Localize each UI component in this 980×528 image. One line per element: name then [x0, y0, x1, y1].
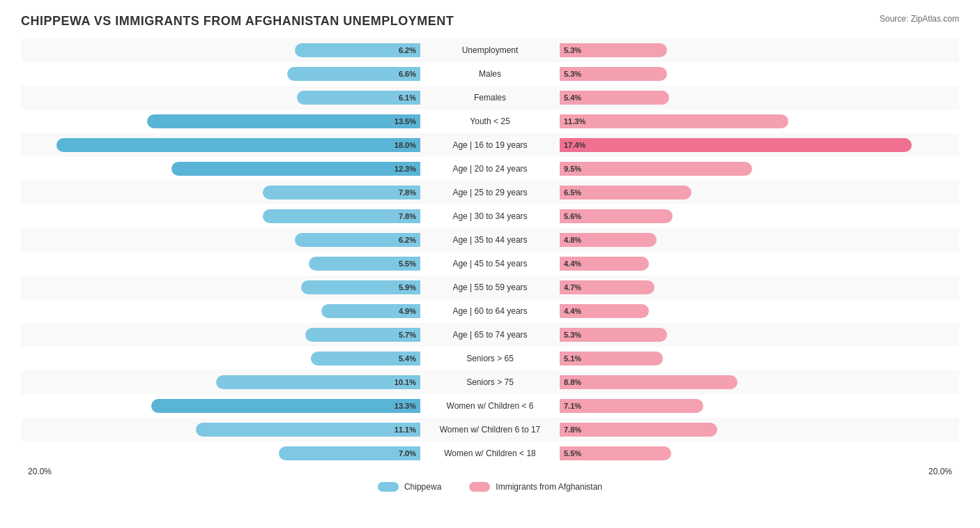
chart-row: 7.8% Age | 30 to 34 years 5.6%: [21, 204, 959, 228]
label-center-0: Unemployment: [420, 45, 560, 55]
chart-row: 13.5% Youth < 25 11.3%: [21, 110, 959, 133]
bar-value-left-11: 4.9%: [399, 307, 416, 315]
bar-value-left-17: 7.0%: [399, 449, 416, 458]
bar-right-1: 5.3%: [560, 67, 667, 81]
label-center-13: Seniors > 65: [420, 354, 560, 363]
bar-right-10: 4.7%: [560, 280, 654, 294]
right-section-17: 5.5%: [560, 442, 959, 465]
label-center-10: Age | 55 to 59 years: [420, 282, 560, 292]
label-center-17: Women w/ Children < 18: [420, 448, 560, 458]
legend-chippewa-label: Chippewa: [404, 482, 441, 492]
bar-left-1: 6.6%: [287, 67, 420, 81]
left-section-9: 5.5%: [21, 252, 420, 276]
bar-value-right-15: 7.1%: [564, 402, 581, 410]
axis-row: 20.0% 20.0%: [21, 467, 959, 476]
bar-left-15: 13.3%: [151, 399, 420, 413]
bar-right-12: 5.3%: [560, 328, 667, 342]
chart-row: 13.3% Women w/ Children < 6 7.1%: [21, 394, 959, 418]
bar-right-17: 5.5%: [560, 446, 671, 460]
bar-right-9: 4.4%: [560, 257, 649, 271]
bar-value-left-7: 7.8%: [399, 212, 416, 220]
chart-source: Source: ZipAtlas.com: [880, 14, 959, 24]
legend-chippewa: Chippewa: [378, 482, 441, 492]
label-center-11: Age | 60 to 64 years: [420, 306, 560, 316]
bar-right-13: 5.1%: [560, 352, 663, 365]
bar-left-6: 7.8%: [263, 186, 420, 199]
bar-value-left-1: 6.6%: [399, 70, 416, 78]
right-section-3: 11.3%: [560, 110, 959, 133]
bar-value-left-12: 5.7%: [399, 331, 416, 339]
label-center-3: Youth < 25: [420, 116, 560, 126]
bar-left-4: 18.0%: [56, 138, 420, 152]
bar-value-left-4: 18.0%: [395, 141, 416, 149]
bar-value-left-6: 7.8%: [399, 188, 416, 197]
right-section-10: 4.7%: [560, 276, 959, 299]
left-section-5: 12.3%: [21, 157, 420, 181]
label-center-16: Women w/ Children 6 to 17: [420, 425, 560, 435]
bar-value-right-13: 5.1%: [564, 354, 581, 363]
left-section-12: 5.7%: [21, 323, 420, 347]
bar-right-14: 8.8%: [560, 375, 737, 389]
left-section-10: 5.9%: [21, 276, 420, 299]
left-section-4: 18.0%: [21, 133, 420, 157]
label-center-12: Age | 65 to 74 years: [420, 330, 560, 340]
bar-right-4: 17.4%: [560, 138, 912, 152]
bar-value-right-2: 5.4%: [564, 93, 581, 102]
chart-row: 6.1% Females 5.4%: [21, 86, 959, 110]
bar-value-right-11: 4.4%: [564, 307, 581, 315]
bar-value-right-14: 8.8%: [564, 378, 581, 386]
bar-value-left-16: 11.1%: [395, 425, 416, 434]
bar-left-5: 12.3%: [171, 162, 420, 176]
left-section-8: 6.2%: [21, 228, 420, 252]
label-center-2: Females: [420, 93, 560, 103]
bar-value-right-10: 4.7%: [564, 283, 581, 292]
chart-row: 4.9% Age | 60 to 64 years 4.4%: [21, 299, 959, 323]
left-section-3: 13.5%: [21, 110, 420, 133]
chart-row: 7.8% Age | 25 to 29 years 6.5%: [21, 181, 959, 204]
axis-right: 20.0%: [557, 467, 959, 476]
chart-row: 6.6% Males 5.3%: [21, 62, 959, 86]
chart-row: 11.1% Women w/ Children 6 to 17 7.8%: [21, 418, 959, 442]
chart-row: 6.2% Unemployment 5.3%: [21, 38, 959, 62]
bar-left-11: 4.9%: [321, 304, 420, 318]
bar-right-0: 5.3%: [560, 43, 667, 57]
label-center-5: Age | 20 to 24 years: [420, 164, 560, 174]
bar-right-11: 4.4%: [560, 304, 649, 318]
bar-left-8: 6.2%: [295, 233, 420, 247]
bar-value-left-3: 13.5%: [395, 117, 416, 126]
bar-value-left-2: 6.1%: [399, 93, 416, 102]
right-section-7: 5.6%: [560, 204, 959, 228]
legend-afghanistan-color: [469, 482, 490, 492]
chart-container: CHIPPEWA VS IMMIGRANTS FROM AFGHANISTAN …: [0, 0, 980, 520]
right-section-2: 5.4%: [560, 86, 959, 110]
bar-value-right-5: 9.5%: [564, 165, 581, 173]
right-section-1: 5.3%: [560, 62, 959, 86]
bar-value-left-15: 13.3%: [395, 402, 416, 410]
label-center-7: Age | 30 to 34 years: [420, 211, 560, 221]
left-section-0: 6.2%: [21, 38, 420, 62]
bar-value-right-16: 7.8%: [564, 425, 581, 434]
bar-right-3: 11.3%: [560, 114, 788, 128]
bar-value-left-14: 10.1%: [395, 378, 416, 386]
right-section-11: 4.4%: [560, 299, 959, 323]
bar-right-2: 5.4%: [560, 91, 669, 105]
right-section-14: 8.8%: [560, 370, 959, 394]
left-section-16: 11.1%: [21, 418, 420, 442]
chart-row: 6.2% Age | 35 to 44 years 4.8%: [21, 228, 959, 252]
bar-value-left-5: 12.3%: [395, 165, 416, 173]
chart-row: 5.7% Age | 65 to 74 years 5.3%: [21, 323, 959, 347]
bar-right-6: 6.5%: [560, 186, 691, 199]
left-section-14: 10.1%: [21, 370, 420, 394]
bar-left-12: 5.7%: [305, 328, 420, 342]
bar-right-15: 7.1%: [560, 399, 703, 413]
right-section-9: 4.4%: [560, 252, 959, 276]
label-center-14: Seniors > 75: [420, 377, 560, 387]
bar-right-8: 4.8%: [560, 233, 657, 247]
right-section-5: 9.5%: [560, 157, 959, 181]
bar-left-13: 5.4%: [311, 352, 420, 365]
label-center-6: Age | 25 to 29 years: [420, 188, 560, 197]
right-section-4: 17.4%: [560, 133, 959, 157]
bar-value-right-12: 5.3%: [564, 331, 581, 339]
bar-value-right-0: 5.3%: [564, 46, 581, 54]
bar-value-right-3: 11.3%: [564, 117, 585, 126]
